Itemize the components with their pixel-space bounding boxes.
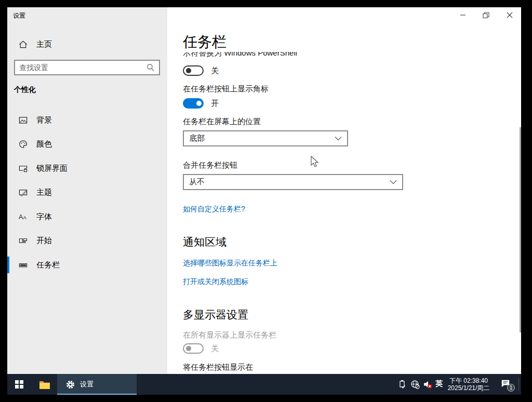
sidebar-item-label: 锁屏界面	[36, 164, 68, 173]
sidebar-item-start[interactable]: 开始	[7, 231, 167, 250]
multi-display-toggle[interactable]	[183, 343, 204, 354]
folder-icon	[39, 380, 50, 390]
system-icons-link[interactable]: 打开或关闭系统图标	[183, 277, 248, 287]
image-icon	[19, 116, 28, 125]
minimize-button[interactable]	[451, 7, 474, 23]
sidebar-item-label: 开始	[36, 236, 52, 246]
main-content: 任务栏 示符替换为 Windows PowerShell 关 在任务栏按钮上显示…	[167, 7, 521, 374]
theme-icon	[19, 188, 28, 197]
start-layout-icon	[19, 236, 28, 245]
sidebar-item-lockscreen[interactable]: 锁屏界面	[7, 159, 167, 178]
show-desktop-button[interactable]	[519, 374, 521, 395]
search-icon[interactable]	[147, 63, 155, 72]
sidebar-item-colors[interactable]: 颜色	[7, 135, 167, 153]
fonts-icon: A A	[19, 212, 28, 221]
customize-taskbar-link[interactable]: 如何自定义任务栏?	[183, 205, 245, 214]
combine-buttons-dropdown[interactable]: 从不	[183, 174, 403, 190]
close-button[interactable]	[498, 7, 521, 23]
badges-toggle[interactable]	[183, 98, 204, 109]
badge-setting-label: 在任务栏按钮上显示角标	[183, 84, 269, 94]
volume-muted-icon[interactable]	[423, 380, 432, 389]
page-title: 任务栏	[183, 32, 227, 52]
restore-button[interactable]	[474, 7, 498, 23]
settings-task-button[interactable]: 设置	[57, 374, 137, 395]
file-explorer-button[interactable]	[32, 374, 57, 395]
gear-icon	[66, 380, 75, 389]
active-task-underline	[57, 394, 137, 395]
sidebar-item-label: 任务栏	[36, 260, 60, 270]
sidebar-item-label: 主题	[36, 187, 52, 197]
toggle-state-label: 关	[211, 65, 219, 76]
sidebar-item-label: 颜色	[36, 139, 52, 149]
search-box	[14, 60, 160, 75]
show-buttons-setting-label: 将任务栏按钮显示在	[183, 363, 253, 372]
clipped-setting-text: 示符替换为 Windows PowerShell	[183, 52, 380, 59]
sidebar-item-label: 背景	[36, 115, 52, 125]
network-globe-icon[interactable]	[410, 380, 420, 389]
ime-indicator[interactable]: 英	[435, 379, 443, 388]
powershell-toggle[interactable]	[183, 65, 204, 76]
multi-display-setting-label: 在所有显示器上显示任务栏	[183, 330, 276, 340]
sidebar-item-home[interactable]: 主页	[7, 35, 167, 53]
taskbar-icon	[19, 261, 28, 270]
settings-window: 设置 主页 个性化 背景	[7, 7, 521, 374]
sidebar-item-themes[interactable]: 主题	[7, 183, 167, 202]
combine-setting-label: 合并任务栏按钮	[183, 160, 237, 170]
toggle-state-label: 开	[211, 98, 219, 109]
sidebar-item-taskbar[interactable]: 任务栏	[7, 256, 167, 274]
sidebar-item-background[interactable]: 背景	[7, 111, 167, 129]
restore-icon	[483, 12, 489, 19]
sidebar-item-label: 字体	[36, 212, 52, 222]
sidebar-item-fonts[interactable]: A A 字体	[7, 207, 167, 226]
search-input[interactable]	[15, 63, 147, 72]
taskbar-position-dropdown[interactable]: 底部	[183, 130, 348, 146]
toggle-state-label: 关	[211, 343, 219, 354]
close-icon	[507, 12, 513, 18]
select-icons-link[interactable]: 选择哪些图标显示在任务栏上	[183, 259, 277, 268]
usb-device-icon[interactable]	[398, 380, 407, 389]
dropdown-value: 从不	[189, 177, 205, 187]
scrollbar-thumb[interactable]	[520, 127, 521, 332]
palette-icon	[19, 140, 28, 149]
notification-count-badge: 1	[507, 384, 515, 392]
notification-area-section-title: 通知区域	[183, 235, 227, 249]
tray-date: 2025/1/21/周二	[444, 384, 494, 392]
multi-display-section-title: 多显示器设置	[183, 307, 248, 322]
position-setting-label: 任务栏在屏幕上的位置	[183, 117, 261, 127]
minimize-icon	[460, 12, 466, 18]
lock-screen-icon	[19, 164, 28, 173]
sidebar-item-label: 主页	[36, 39, 52, 49]
desktop: 设置 主页 个性化 背景	[7, 7, 521, 395]
windows-logo-icon	[15, 380, 23, 388]
window-title: 设置	[13, 11, 25, 20]
dropdown-value: 底部	[189, 133, 205, 143]
start-button[interactable]	[7, 374, 31, 395]
tray-time: 下午 02:38:40	[444, 377, 494, 384]
system-taskbar: 设置 英 下午 02:38:40 2025/1/21/周二	[7, 374, 521, 395]
svg-text:A: A	[23, 215, 27, 220]
selected-accent-bar	[7, 257, 9, 273]
sidebar: 设置 主页 个性化 背景	[7, 7, 167, 374]
home-icon	[19, 40, 28, 49]
sidebar-section-title: 个性化	[14, 85, 36, 95]
clock[interactable]: 下午 02:38:40 2025/1/21/周二	[444, 377, 494, 392]
mouse-cursor	[311, 156, 320, 168]
task-label: 设置	[80, 380, 94, 389]
chevron-down-icon	[390, 180, 397, 184]
caption-buttons	[451, 7, 521, 23]
chevron-down-icon	[335, 136, 342, 141]
